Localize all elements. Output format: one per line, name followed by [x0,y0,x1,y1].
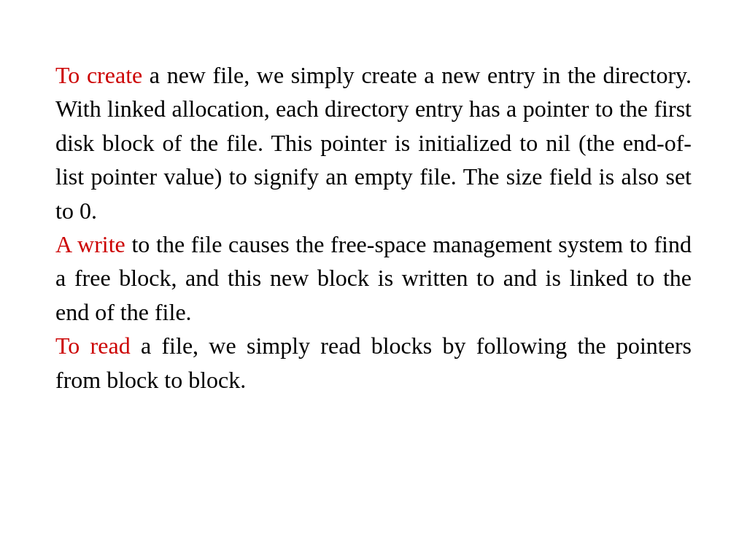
highlight-to-read: To read [55,332,131,359]
highlight-to-create: To create [55,62,142,88]
paragraph-2-text: to the file causes the free-space manage… [55,231,692,325]
paragraph-3: To read a file, we simply read blocks by… [55,329,692,397]
paragraph-1-text: a new file, we simply create a new entry… [55,62,692,224]
paragraph-3-text: a file, we simply read blocks by followi… [55,332,692,392]
highlight-a-write: A write [55,231,125,257]
paragraph-1: To create a new file, we simply create a… [55,58,692,228]
paragraph-2: A write to the file causes the free-spac… [55,228,692,329]
main-content: To create a new file, we simply create a… [0,0,747,440]
